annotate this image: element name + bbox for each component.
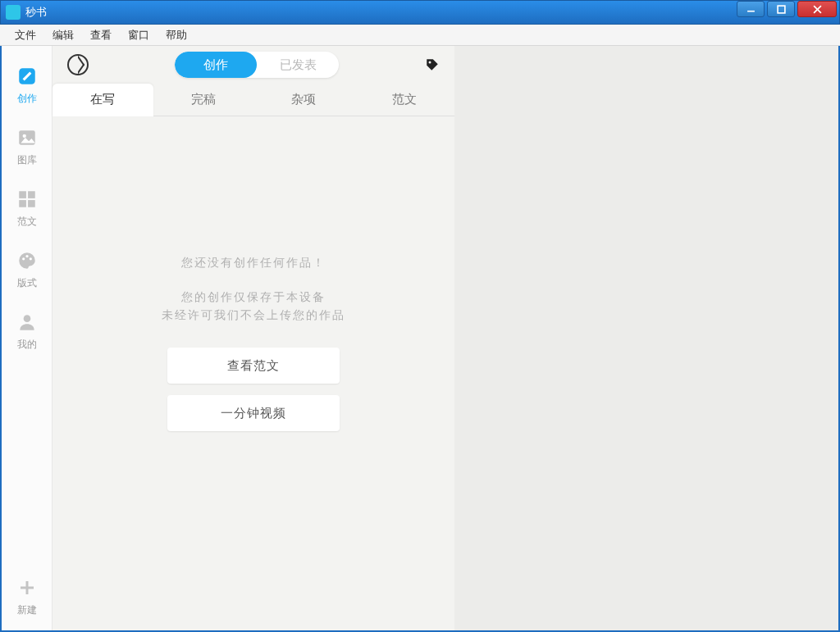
sidebar-item-gallery[interactable]: 图库 bbox=[2, 119, 52, 180]
sidebar-item-label: 创作 bbox=[17, 92, 37, 106]
sidebar-item-templates[interactable]: 范文 bbox=[2, 180, 52, 242]
subtab-misc[interactable]: 杂项 bbox=[253, 84, 354, 116]
svg-rect-1 bbox=[778, 6, 785, 13]
menu-window[interactable]: 窗口 bbox=[120, 28, 158, 43]
gallery-icon bbox=[16, 127, 38, 148]
sidebar: 创作 图库 范文 版式 我的 bbox=[2, 46, 52, 630]
body-area: 创作 图库 范文 版式 我的 bbox=[0, 46, 840, 632]
subtab-writing[interactable]: 在写 bbox=[52, 84, 153, 116]
preview-pane bbox=[454, 46, 838, 630]
svg-point-11 bbox=[22, 257, 25, 260]
empty-line2: 您的创作仅保存于本设备 bbox=[181, 290, 326, 305]
one-minute-video-button[interactable]: 一分钟视频 bbox=[167, 395, 340, 431]
svg-point-13 bbox=[29, 257, 31, 260]
svg-rect-8 bbox=[28, 191, 35, 198]
sidebar-item-label: 范文 bbox=[17, 215, 37, 229]
empty-state: 您还没有创作任何作品！ 您的创作仅保存于本设备 未经许可我们不会上传您的作品 查… bbox=[52, 116, 454, 630]
menu-file[interactable]: 文件 bbox=[7, 28, 44, 43]
subtab-done[interactable]: 完稿 bbox=[153, 84, 254, 116]
menu-help[interactable]: 帮助 bbox=[158, 28, 195, 43]
main-column: 创作 已发表 在写 完稿 杂项 范文 您还没有创作任何作品！ 您的创作仅保存于本… bbox=[52, 46, 454, 630]
menu-edit[interactable]: 编辑 bbox=[44, 28, 82, 43]
plus-icon bbox=[16, 577, 38, 598]
app-icon bbox=[6, 5, 21, 20]
svg-point-6 bbox=[22, 134, 25, 138]
svg-rect-9 bbox=[19, 200, 26, 207]
palette-icon bbox=[16, 250, 38, 271]
empty-line3: 未经许可我们不会上传您的作品 bbox=[162, 308, 345, 323]
create-icon bbox=[16, 66, 38, 87]
segment-create[interactable]: 创作 bbox=[175, 52, 257, 78]
close-button[interactable] bbox=[797, 1, 837, 17]
sidebar-item-profile[interactable]: 我的 bbox=[2, 303, 52, 365]
compass-icon[interactable] bbox=[67, 54, 89, 75]
subtab-sample[interactable]: 范文 bbox=[354, 84, 455, 116]
empty-headline: 您还没有创作任何作品！ bbox=[181, 256, 326, 271]
maximize-button[interactable] bbox=[767, 1, 795, 17]
sidebar-item-label: 新建 bbox=[17, 603, 37, 617]
svg-point-14 bbox=[23, 315, 30, 322]
minimize-button[interactable] bbox=[737, 1, 765, 17]
sidebar-item-layout[interactable]: 版式 bbox=[2, 242, 52, 303]
svg-rect-10 bbox=[28, 200, 35, 207]
svg-point-12 bbox=[25, 255, 28, 257]
window-controls bbox=[737, 1, 839, 24]
window-titlebar: 秒书 bbox=[0, 0, 840, 25]
templates-icon bbox=[16, 189, 38, 210]
sidebar-item-label: 图库 bbox=[17, 153, 37, 167]
menubar: 文件 编辑 查看 窗口 帮助 bbox=[0, 25, 840, 46]
profile-icon bbox=[16, 311, 38, 333]
svg-rect-7 bbox=[19, 191, 26, 198]
tag-icon[interactable] bbox=[425, 57, 440, 72]
sidebar-item-new[interactable]: 新建 bbox=[2, 569, 52, 630]
top-toolbar: 创作 已发表 bbox=[52, 46, 454, 84]
sidebar-item-create[interactable]: 创作 bbox=[2, 57, 52, 119]
segmented-control: 创作 已发表 bbox=[175, 52, 339, 78]
window-title: 秒书 bbox=[25, 5, 47, 20]
view-sample-button[interactable]: 查看范文 bbox=[167, 348, 340, 384]
sidebar-item-label: 版式 bbox=[17, 276, 37, 290]
segment-published[interactable]: 已发表 bbox=[257, 52, 339, 78]
svg-point-17 bbox=[429, 61, 431, 64]
sidebar-item-label: 我的 bbox=[17, 338, 37, 352]
sub-tabs: 在写 完稿 杂项 范文 bbox=[52, 84, 454, 116]
menu-view[interactable]: 查看 bbox=[82, 28, 120, 43]
